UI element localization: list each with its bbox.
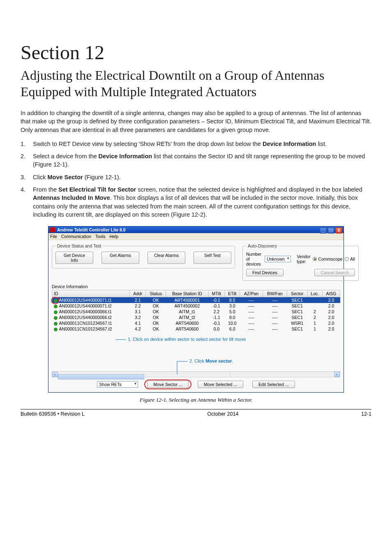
col-basestation[interactable]: Base Station ID xyxy=(166,290,208,297)
auto-discovery-legend: Auto-Discovery xyxy=(246,243,279,248)
section-title: Adjusting the Electrical Downtilt on a G… xyxy=(21,67,371,100)
table-row[interactable]: AN000012US440000071.t22.2OKART4500002-0.… xyxy=(52,303,340,309)
cancel-search-button[interactable]: Cancel Search xyxy=(314,269,355,276)
step-1-c: list. xyxy=(316,141,327,147)
radio-dot-icon xyxy=(313,257,317,261)
table-row[interactable]: AN000012US440000066.t23.2OKAITM_t2-1.18.… xyxy=(52,314,340,320)
footer-left: Bulletin 639536 • Revision L xyxy=(21,411,85,417)
menu-tools[interactable]: Tools xyxy=(95,234,106,239)
step-2-a: Select a device from the xyxy=(33,153,99,160)
annotation-2-b: Move sector xyxy=(205,358,232,363)
step-3-a: Click xyxy=(33,174,47,180)
table-row[interactable]: AN000011CN101234567.t24.2OKART5406000.06… xyxy=(52,326,340,332)
annotation-2-c: . xyxy=(232,358,233,363)
get-device-info-button[interactable]: Get Device Info xyxy=(55,252,93,264)
step-1-bold: Device Information xyxy=(263,141,316,147)
menu-help[interactable]: Help xyxy=(109,234,118,239)
col-loc[interactable]: Loc. xyxy=(307,290,322,297)
step-3: Click Move Sector (Figure 12-1). xyxy=(21,173,371,181)
intro-paragraph: In addition to changing the downtilt of … xyxy=(21,109,371,134)
app-icon xyxy=(50,227,55,232)
vendor-all-label: All xyxy=(350,257,355,261)
vendor-commscope-label: Commscope xyxy=(318,257,342,261)
num-devices-label: Number of devices xyxy=(246,252,262,266)
annotation-1: 1. Click on device within sector to sele… xyxy=(128,337,267,342)
figure-caption: Figure 12-1. Selecting an Antenna Within… xyxy=(21,397,371,403)
auto-discovery-group: Auto-Discovery Number of devices Unknown… xyxy=(242,243,359,281)
col-mtilt[interactable]: MTilt xyxy=(208,290,225,297)
step-1: Switch to RET Device view by selecting '… xyxy=(21,140,371,148)
annotation-2-a: 2. Click xyxy=(189,358,205,363)
device-table: ID Addr Status Base Station ID MTilt ETi… xyxy=(52,290,340,332)
step-4: From the Set Electrical Tilt for Sector … xyxy=(21,185,371,219)
step-4-d: Antennas Included In Move xyxy=(33,194,110,201)
col-bwfan[interactable]: BW/Fan xyxy=(263,290,287,297)
step-3-bold: Move Sector xyxy=(47,174,83,180)
step-3-c: (Figure 12-1). xyxy=(83,174,121,180)
menu-bar: File Communication Tools Help xyxy=(48,233,344,240)
footer-right: 12-1 xyxy=(361,411,371,417)
menu-communication[interactable]: Communication xyxy=(61,234,91,239)
col-id[interactable]: ID xyxy=(52,290,130,297)
scroll-right-icon[interactable]: › xyxy=(334,372,340,377)
show-rets-dropdown[interactable]: Show RETs xyxy=(97,381,138,388)
close-button[interactable]: X xyxy=(335,227,342,234)
clear-alarms-button[interactable]: Clear Alarms xyxy=(148,252,185,264)
minimize-button[interactable]: _ xyxy=(320,227,327,234)
app-window: Andrew Teletilt Controller Lite 8.0 _ □ … xyxy=(48,226,344,393)
vendor-all-radio[interactable]: All xyxy=(345,257,355,261)
num-devices-dropdown[interactable]: Unknown xyxy=(265,256,291,262)
step-4-c: screen, notice that the selected device … xyxy=(136,186,362,193)
scroll-thumb[interactable] xyxy=(58,374,144,379)
step-4-a: From the xyxy=(33,186,58,193)
col-aisg[interactable]: AISG xyxy=(322,290,340,297)
find-devices-button[interactable]: Find Devices xyxy=(246,269,284,276)
menu-file[interactable]: File xyxy=(50,234,57,239)
edit-selected-button[interactable]: Edit Selected ... xyxy=(252,381,295,388)
device-information-label: Device Information xyxy=(52,284,340,289)
get-alarms-button[interactable]: Get Alarms xyxy=(101,252,139,264)
section-number: Section 12 xyxy=(21,41,371,64)
maximize-button[interactable]: □ xyxy=(327,227,334,234)
col-azpan[interactable]: AZ/Pan xyxy=(240,290,263,297)
footer-center: October 2014 xyxy=(208,411,239,417)
col-sector[interactable]: Sector xyxy=(287,290,308,297)
device-status-legend: Device Status and Test xyxy=(55,243,103,248)
step-4-b: Set Electrical Tilt for Sector xyxy=(58,186,136,193)
scroll-left-icon[interactable]: ‹ xyxy=(52,372,58,377)
table-row[interactable]: AN000011CN101234567.t14.1OKART540600-0.1… xyxy=(52,320,340,326)
col-addr[interactable]: Addr xyxy=(130,290,146,297)
horizontal-scrollbar[interactable]: ‹ › xyxy=(52,371,340,377)
self-test-button[interactable]: Self Test xyxy=(194,252,231,264)
table-row[interactable]: AN000012US440000066.t13.1OKAITM_t12.25.0… xyxy=(52,309,340,314)
radio-dot-icon xyxy=(345,257,349,261)
col-etilt[interactable]: ETilt xyxy=(225,290,240,297)
col-status[interactable]: Status xyxy=(146,290,166,297)
table-row[interactable]: AN000012US440000071.t12.1OKART4500001-0.… xyxy=(52,297,340,303)
device-status-group: Device Status and Test Get Device Info G… xyxy=(52,243,235,268)
annotation-2: 2. Click Move sector. xyxy=(189,358,233,363)
title-bar[interactable]: Andrew Teletilt Controller Lite 8.0 _ □ … xyxy=(48,227,344,233)
move-selected-button[interactable]: Move Selected ... xyxy=(198,381,243,388)
move-sector-button[interactable]: Move Sector ... xyxy=(147,381,189,388)
vendor-type-label: Vendor type: xyxy=(297,254,310,264)
step-1-a: Switch to RET Device view by selecting '… xyxy=(33,141,263,147)
app-title: Andrew Teletilt Controller Lite 8.0 xyxy=(57,227,126,232)
step-2: Select a device from the Device Informat… xyxy=(21,152,371,169)
vendor-commscope-radio[interactable]: Commscope xyxy=(313,257,342,261)
step-2-bold: Device Information xyxy=(99,153,152,160)
